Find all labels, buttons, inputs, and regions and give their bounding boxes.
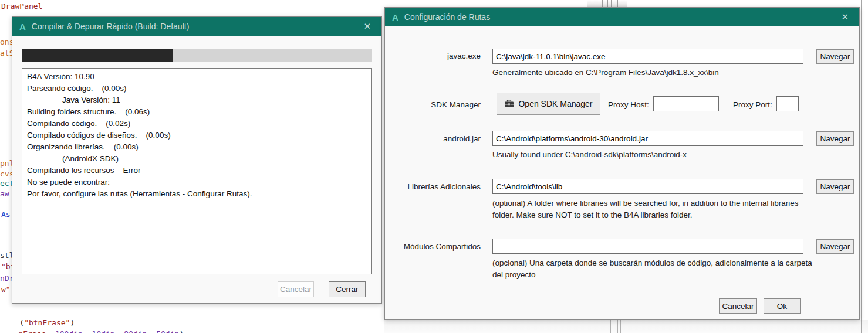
log-line: Por favor, configure las rutas (Herramie… [27,188,367,200]
compile-dialog-titlebar: A Compilar & Depurar Rápido (Build: Defa… [12,17,381,36]
code-fragment: w" [1,285,11,294]
log-line: Compilando los recursos Error [27,165,367,176]
additional-libraries-browse-button[interactable]: Navegar [816,179,854,194]
proxy-host-input[interactable] [653,96,719,111]
compile-dialog-title: Compilar & Depurar Rápido (Build: Defaul… [32,22,354,31]
proxy-host-label: Proxy Host: [608,100,649,109]
log-line: Building folders structure. (0.06s) [27,106,367,118]
code-token: 50dip [156,329,179,333]
log-line: Compilando código. (0.02s) [27,118,367,130]
code-token: , [115,329,124,333]
panel-separator [617,320,618,333]
close-button[interactable]: Cerrar [329,281,366,297]
paths-dialog-title: Configuración de Rutas [404,12,832,22]
android-jar-path-input[interactable] [492,131,803,146]
b4a-logo-icon: A [392,12,398,22]
panel-separator [610,320,611,333]
javac-browse-button[interactable]: Navegar [816,49,854,64]
close-icon[interactable]: ✕ [360,21,374,32]
log-line: Parseando código. (0.00s) [27,83,367,94]
shared-modules-help-text: (opcional) Una carpeta donde se buscarán… [492,257,812,281]
progress-bar-fill [22,49,173,62]
code-fragment: aw [0,189,9,198]
log-line: (AndroidX SDK) [27,153,367,165]
shared-modules-label: Módulos Compartidos [385,242,481,251]
cancel-button[interactable]: Cancelar [278,281,314,297]
open-sdk-manager-label: Open SDK Manager [518,99,592,108]
proxy-port-input[interactable] [776,96,799,111]
additional-libraries-label: Librerías Adicionales [385,182,481,191]
screen: DrawPanel ons alS pnl cvs ect aw As stl … [0,0,868,333]
close-icon[interactable]: ✕ [837,12,852,22]
log-line: Compilado códigos de diseños. (0.00s) [27,130,367,141]
open-sdk-manager-button[interactable]: Open SDK Manager [497,93,600,115]
progress-bar [22,49,372,62]
additional-libraries-help-text: (optional) A folder where libraries will… [492,198,802,221]
code-token: 10dip [92,329,115,333]
code-fragment: As [1,210,11,219]
b4a-logo-icon: A [19,22,26,32]
log-line: No se puede encontrar: [27,176,367,188]
android-jar-label: android.jar [385,134,481,143]
compile-dialog: A Compilar & Depurar Rápido (Build: Defa… [12,16,382,304]
ok-button[interactable]: Ok [764,298,801,314]
compile-log[interactable]: B4A Versión: 10.90 Parseando código. (0.… [22,68,372,274]
code-token: 100dip [55,329,83,333]
log-line: B4A Versión: 10.90 [27,71,367,83]
panel-separator [620,320,621,333]
paths-dialog: A Configuración de Rutas ✕ javac.exe Nav… [384,7,860,320]
cancel-button[interactable]: Cancelar [719,298,757,314]
paths-dialog-titlebar: A Configuración de Rutas ✕ [385,8,859,26]
sdk-manager-label: SDK Manager [385,100,481,109]
code-token: nErase [18,329,46,333]
android-jar-browse-button[interactable]: Navegar [816,131,854,146]
android-jar-help-text: Usually found under C:\android-sdk\platf… [492,149,821,161]
panel-separator [614,320,614,333]
toolbox-icon [504,100,514,108]
javac-label: javac.exe [385,52,481,60]
code-token: 80dip [124,329,147,333]
proxy-port-label: Proxy Port: [733,100,772,109]
background-panel-edge [861,0,862,333]
code-token: , [46,329,55,333]
log-line: Organizando librerías. (0.00s) [27,141,367,153]
log-line: Java Versión: 11 [27,94,367,106]
code-fragment: DrawPanel [1,2,42,11]
shared-modules-path-input[interactable] [492,239,803,254]
javac-path-input[interactable] [492,49,803,64]
shared-modules-browse-button[interactable]: Navegar [816,239,854,254]
code-token: , [147,329,157,333]
code-line: nErase, 100dip, 10dip, 80dip, 50dip) [0,321,184,333]
code-token: ) [179,329,184,333]
background-panel-strip [384,320,868,333]
javac-help-text: Generalmente ubicado en C:\Program Files… [492,67,821,79]
additional-libraries-path-input[interactable] [492,179,803,194]
code-token: , [83,329,92,333]
